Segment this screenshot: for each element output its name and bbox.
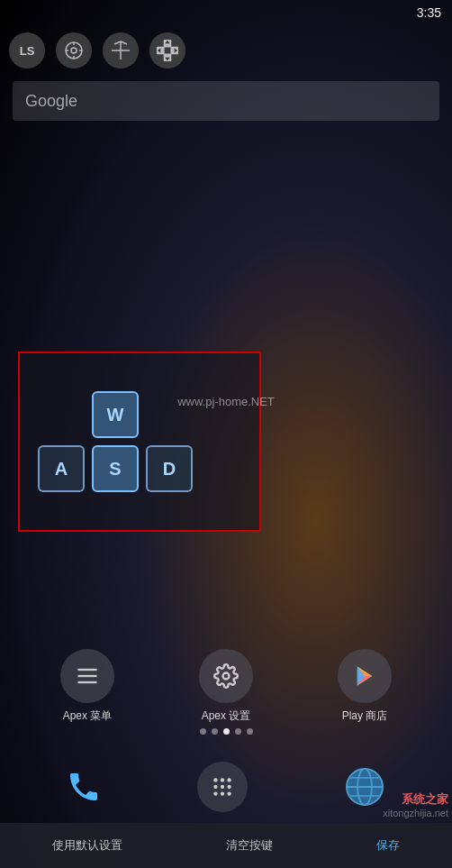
dock-item-play-store[interactable]: Play 商店 — [338, 649, 392, 724]
svg-line-9 — [121, 41, 127, 44]
status-time: 3:35 — [417, 5, 441, 20]
menu-icon — [75, 663, 100, 689]
svg-point-32 — [213, 791, 217, 795]
key-s[interactable]: S — [92, 445, 139, 492]
top-toolbar: LS — [0, 25, 452, 76]
apex-menu-label: Apex 菜单 — [63, 708, 113, 724]
svg-line-8 — [114, 41, 121, 44]
svg-point-21 — [223, 673, 230, 680]
svg-point-26 — [213, 778, 217, 781]
page-dot-2[interactable] — [223, 728, 230, 735]
clear-keys-button[interactable]: 清空按键 — [217, 832, 282, 859]
page-dots — [0, 728, 452, 735]
apex-settings-label: Apex 设置 — [202, 708, 251, 724]
page-dot-0[interactable] — [200, 728, 206, 735]
wasd-overlay: W A S D — [18, 352, 261, 532]
settings-icon — [213, 663, 239, 689]
page-dot-1[interactable] — [212, 728, 218, 735]
svg-point-30 — [221, 785, 224, 789]
svg-point-27 — [221, 778, 224, 781]
svg-point-34 — [227, 791, 231, 795]
svg-point-29 — [213, 785, 217, 789]
save-button[interactable]: 保存 — [367, 832, 409, 859]
play-icon — [352, 663, 377, 689]
globe-icon — [343, 765, 386, 809]
dock-item-apex-menu[interactable]: Apex 菜单 — [60, 649, 114, 724]
bottom-nav — [0, 751, 452, 823]
page-dot-3[interactable] — [235, 728, 241, 735]
apps-icon-circle — [197, 762, 248, 812]
key-d[interactable]: D — [146, 445, 193, 492]
crosshair-icon — [63, 40, 85, 61]
play-store-label: Play 商店 — [342, 708, 388, 724]
watermark: www.pj-home.NET — [0, 395, 452, 408]
move-button[interactable] — [103, 32, 139, 69]
phone-nav-item[interactable] — [66, 769, 102, 805]
search-placeholder: Google — [25, 92, 77, 111]
svg-point-1 — [71, 48, 77, 53]
dpad-button[interactable] — [149, 32, 185, 69]
crosshair-button[interactable] — [56, 32, 92, 69]
ls-label: LS — [20, 44, 35, 58]
apex-menu-icon-circle — [60, 649, 114, 703]
bottom-action-bar: 使用默认设置 清空按键 保存 — [0, 823, 452, 868]
move-icon — [110, 40, 131, 61]
svg-point-28 — [227, 778, 231, 781]
svg-point-33 — [221, 791, 224, 795]
apps-icon — [211, 775, 234, 799]
wasd-row-bottom: A S D — [38, 445, 193, 492]
google-search-bar[interactable]: Google — [13, 81, 439, 121]
page-dot-4[interactable] — [247, 728, 253, 735]
globe-nav-item[interactable] — [343, 765, 386, 809]
phone-icon — [66, 769, 102, 805]
status-bar: 3:35 — [0, 0, 452, 25]
dock-icons: Apex 菜单 Apex 设置 Play 商店 — [0, 649, 452, 724]
apex-settings-icon-circle — [199, 649, 253, 703]
svg-point-31 — [227, 785, 231, 789]
play-store-icon-circle — [338, 649, 392, 703]
dpad-icon — [157, 40, 178, 61]
key-a[interactable]: A — [38, 445, 85, 492]
dock-item-apex-settings[interactable]: Apex 设置 — [199, 649, 253, 724]
ls-button[interactable]: LS — [9, 32, 45, 69]
apps-nav-item[interactable] — [197, 762, 248, 812]
default-settings-button[interactable]: 使用默认设置 — [43, 832, 131, 859]
